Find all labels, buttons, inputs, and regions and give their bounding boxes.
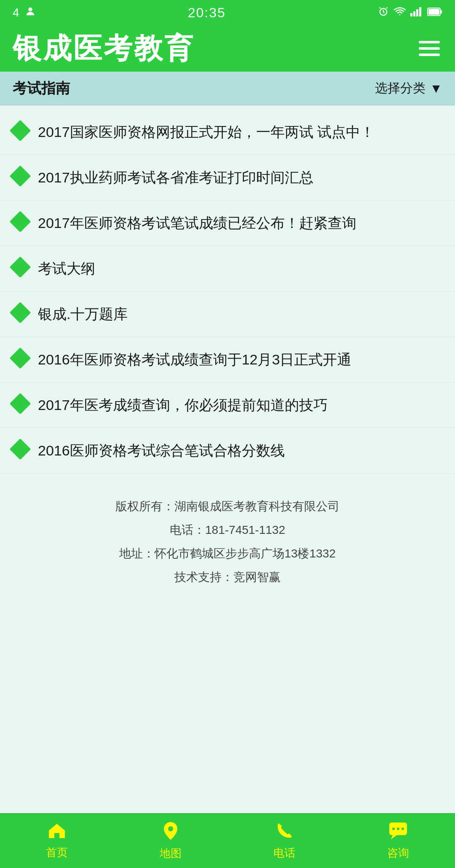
svg-marker-11 (391, 835, 397, 839)
diamond-icon (10, 393, 31, 415)
app-header: 银成医考教育 (0, 25, 455, 72)
app-title: 银成医考教育 (13, 29, 195, 68)
nav-item-phone[interactable]: 电话 (228, 822, 341, 860)
svg-rect-8 (428, 9, 439, 15)
status-bar: 4 20:35 (0, 0, 455, 25)
svg-point-0 (28, 7, 32, 11)
list-item-text: 考试大纲 (38, 258, 442, 279)
list-item-text: 2016医师资格考试综合笔试合格分数线 (38, 440, 442, 461)
diamond-icon (10, 257, 31, 278)
svg-rect-3 (413, 11, 415, 16)
list-item-text: 2017执业药师考试各省准考证打印时间汇总 (38, 167, 442, 188)
alarm-icon (377, 5, 389, 20)
nav-label-phone: 电话 (273, 846, 295, 860)
list-item-text: 2017年医考成绩查询，你必须提前知道的技巧 (38, 394, 442, 416)
footer-address: 地址：怀化市鹤城区步步高广场13楼1332 (13, 542, 442, 565)
footer-info: 版权所有：湖南银成医考教育科技有限公司 电话：181-7451-1132 地址：… (0, 474, 455, 606)
diamond-icon (10, 166, 31, 187)
svg-point-12 (392, 828, 395, 830)
battery-icon (427, 6, 442, 19)
map-icon (162, 821, 179, 844)
list-item[interactable]: 2016医师资格考试综合笔试合格分数线 (0, 428, 455, 474)
list-item[interactable]: 2017年医考成绩查询，你必须提前知道的技巧 (0, 383, 455, 428)
svg-point-9 (168, 826, 173, 831)
status-bar-left: 4 (13, 5, 36, 20)
diamond-icon (10, 348, 31, 369)
phone-icon (275, 822, 294, 843)
category-select-button[interactable]: 选择分类 ▼ (375, 80, 442, 97)
bottom-nav: 首页 地图 电话 咨询 (0, 813, 455, 868)
menu-button[interactable] (416, 38, 442, 59)
nav-item-home[interactable]: 首页 (0, 822, 114, 860)
status-bar-right (377, 5, 442, 20)
svg-rect-4 (416, 9, 418, 16)
svg-rect-5 (419, 7, 421, 16)
list-item-text: 2017国家医师资格网报正式开始，一年两试 试点中！ (38, 121, 442, 143)
list-item-text: 2017年医师资格考试笔试成绩已经公布！赶紧查询 (38, 212, 442, 234)
list-item[interactable]: 2017年医师资格考试笔试成绩已经公布！赶紧查询 (0, 201, 455, 246)
category-label: 考试指南 (13, 79, 70, 98)
signal-icon (410, 6, 423, 19)
svg-rect-7 (440, 10, 442, 13)
diamond-icon (10, 211, 31, 233)
footer-phone: 电话：181-7451-1132 (13, 518, 442, 542)
list-item[interactable]: 考试大纲 (0, 246, 455, 292)
diamond-icon (10, 439, 31, 460)
list-item-text: 银成.十万题库 (38, 303, 442, 325)
svg-point-14 (401, 828, 404, 830)
home-icon (47, 822, 67, 843)
wifi-icon (393, 6, 406, 19)
sim-icon: 4 (13, 6, 19, 19)
category-select-label: 选择分类 (375, 80, 426, 97)
list-item[interactable]: 2017国家医师资格网报正式开始，一年两试 试点中！ (0, 110, 455, 155)
footer-tech: 技术支持：竞网智赢 (13, 565, 442, 589)
nav-label-consult: 咨询 (387, 846, 409, 860)
user-icon (24, 5, 36, 20)
nav-label-map: 地图 (160, 846, 182, 861)
list-item[interactable]: 银成.十万题库 (0, 292, 455, 337)
content-area: 2017国家医师资格网报正式开始，一年两试 试点中！ 2017执业药师考试各省准… (0, 105, 455, 868)
diamond-icon (10, 302, 31, 324)
footer-copyright: 版权所有：湖南银成医考教育科技有限公司 (13, 495, 442, 518)
status-time: 20:35 (188, 5, 226, 21)
nav-label-home: 首页 (46, 845, 68, 860)
consult-icon (388, 822, 408, 843)
diamond-icon (10, 120, 31, 142)
nav-item-consult[interactable]: 咨询 (341, 822, 455, 860)
list-item[interactable]: 2017执业药师考试各省准考证打印时间汇总 (0, 155, 455, 201)
category-bar: 考试指南 选择分类 ▼ (0, 72, 455, 105)
nav-item-map[interactable]: 地图 (114, 821, 228, 861)
chevron-down-icon: ▼ (430, 81, 442, 96)
svg-point-13 (397, 828, 399, 830)
list-item-text: 2016年医师资格考试成绩查询于12月3日正式开通 (38, 349, 442, 370)
svg-rect-2 (410, 13, 412, 16)
list-item[interactable]: 2016年医师资格考试成绩查询于12月3日正式开通 (0, 337, 455, 383)
